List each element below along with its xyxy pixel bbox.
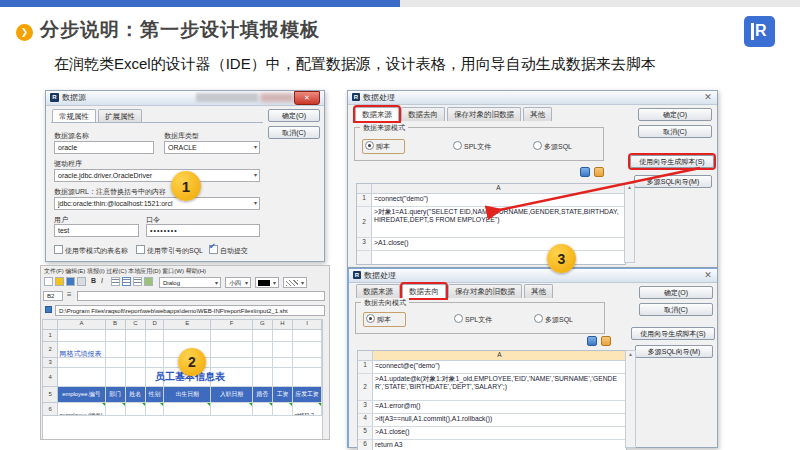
col-header[interactable]: F (211, 320, 252, 330)
col-header[interactable]: E (164, 320, 211, 330)
url-select[interactable]: jdbc:oracle:thin:@localhost:1521:orcl▾ (54, 197, 260, 210)
script-row[interactable]: 5>A1.close() (358, 427, 626, 440)
checkbox-quoted-sql[interactable]: 使用带引号的SQL (136, 245, 203, 256)
close-button[interactable]: ✕ (701, 269, 715, 282)
cancel-button[interactable]: 取消(C) (639, 303, 713, 316)
radio-multi-sql[interactable]: 多源SQL (534, 314, 573, 325)
bold-button[interactable]: B (91, 277, 96, 284)
new-file-icon[interactable] (44, 277, 53, 286)
col-header[interactable]: H (273, 320, 293, 330)
script-row[interactable]: 3=A1.error@m() (358, 401, 626, 414)
script-row[interactable]: 4>if(A3==null,A1.commit(),A1.rollback()) (358, 414, 626, 427)
multi-sql-wizard-button[interactable]: 多源SQL向导(M) (634, 175, 712, 188)
wizard-script-button[interactable]: 使用向导生成脚本(S) (630, 155, 714, 168)
table-header-cell[interactable]: 入职日期 (211, 387, 252, 403)
tab-other[interactable]: 其他 (524, 284, 553, 298)
tab-save-old-data[interactable]: 保存对象的旧数据 (447, 107, 521, 121)
font-size-select[interactable]: 小四▾ (225, 277, 251, 288)
grid-scrollbar[interactable]: ▲ (624, 183, 635, 263)
sheet-cell-formula[interactable]: =H6*1.2 (293, 403, 322, 416)
save-icon[interactable] (66, 277, 75, 286)
table-header-cell[interactable]: 部门 (106, 387, 126, 403)
sheet-grid[interactable]: A B C D E F G H I 1 2 网格式填报表 (42, 319, 323, 440)
row-header[interactable]: 6 (43, 403, 58, 416)
radio-script[interactable]: 脚本 (362, 139, 405, 154)
merge-cells-icon[interactable] (144, 277, 153, 286)
script-grid[interactable]: A 1=connect("demo") 2>对象1=A1.query("SELE… (356, 183, 626, 265)
tab-data-source[interactable]: 数据来源 (355, 107, 399, 121)
file-tab[interactable]: D:\Program Files\raqsoft\report\web\weba… (55, 305, 325, 316)
datasource-name-input[interactable]: oracle (54, 141, 154, 154)
italic-button[interactable]: I (101, 277, 103, 284)
table-header-cell[interactable]: employee.编号 (58, 387, 105, 403)
script-row[interactable]: 6return A3 (358, 440, 626, 450)
radio-spl-file[interactable]: SPL文件 (454, 314, 492, 325)
menu-bar[interactable]: 文件(F) 编辑(E) 填报(I) 过程(C) 本地应用(D) 窗口(W) 帮助… (44, 267, 206, 276)
table-header-cell[interactable]: 姓名 (126, 387, 146, 403)
table-header-cell[interactable]: 性别 (146, 387, 164, 403)
script-row[interactable]: 1=connect@e("demo") (358, 361, 626, 374)
ok-button[interactable]: 确定(O) (638, 108, 712, 121)
script-row[interactable]: 3>A1.close() (357, 238, 625, 251)
row-header[interactable]: 3 (43, 358, 58, 368)
col-header[interactable]: I (293, 320, 322, 330)
tab-data-source[interactable]: 数据来源 (356, 284, 400, 298)
cancel-button[interactable]: 取消(C) (268, 126, 320, 139)
close-button[interactable]: ✕ (294, 91, 320, 105)
formula-input[interactable] (77, 291, 325, 301)
align-center-icon[interactable] (122, 277, 131, 286)
export-icon[interactable] (601, 336, 611, 346)
multi-sql-wizard-button[interactable]: 多源SQL向导(M) (635, 345, 713, 358)
scroll-up-icon[interactable]: ▲ (628, 351, 633, 357)
import-icon[interactable] (587, 336, 597, 346)
row-header[interactable]: 5 (43, 387, 58, 403)
font-color-select[interactable]: ▾ (255, 277, 279, 288)
sheet-cell-text[interactable]: 网格式填报表 (58, 350, 101, 357)
align-right-icon[interactable] (133, 277, 142, 286)
close-button[interactable]: ✕ (701, 91, 715, 104)
cell-ref-box[interactable]: B2 (43, 291, 63, 301)
tab-data-target[interactable]: 数据去向 (401, 107, 445, 121)
driver-select[interactable]: oracle.jdbc.driver.OracleDriver▾ (54, 169, 260, 182)
col-header[interactable]: D (146, 320, 164, 330)
script-row[interactable]: 2>A1.update@k(对象1:对象1_old,EMPLOYEE,'EID'… (358, 374, 626, 401)
sheet-cell-formula[interactable]: =employee.(编号) (58, 403, 105, 416)
col-header[interactable]: B (106, 320, 126, 330)
import-icon[interactable] (580, 167, 590, 177)
db-type-select[interactable]: ORACLE▾ (164, 141, 260, 154)
table-header-cell[interactable]: 工资 (273, 387, 293, 403)
grid-scrollbar[interactable]: ▲ (625, 350, 636, 448)
user-input[interactable]: test (54, 224, 139, 237)
checkbox-schema[interactable]: 使用带模式的表名称 (54, 245, 128, 256)
row-header[interactable]: 4 (43, 368, 58, 387)
table-header-cell[interactable]: 出生日期 (164, 387, 211, 403)
radio-spl-file[interactable]: SPL文件 (453, 141, 491, 152)
export-icon[interactable] (594, 167, 604, 177)
radio-script[interactable]: 脚本 (363, 312, 406, 327)
tab-data-target[interactable]: 数据去向 (402, 284, 446, 298)
script-grid[interactable]: A 1=connect@e("demo") 2>A1.update@k(对象1:… (357, 350, 627, 450)
col-header[interactable]: G (253, 320, 273, 330)
script-row[interactable]: 1=connect("demo") (357, 194, 625, 207)
pattern-select[interactable]: ▾ (283, 277, 307, 288)
align-left-icon[interactable] (111, 277, 120, 286)
print-icon[interactable] (77, 277, 86, 286)
tab-other[interactable]: 其他 (523, 107, 552, 121)
table-header-cell[interactable]: 婚否 (253, 387, 273, 403)
table-header-cell[interactable]: 应发工资 (293, 387, 322, 403)
col-header[interactable]: C (126, 320, 146, 330)
scroll-up-icon[interactable]: ▲ (627, 184, 632, 190)
tab-general-props[interactable]: 常规属性 (52, 109, 96, 123)
tab-save-old-data[interactable]: 保存对象的旧数据 (448, 284, 522, 298)
cancel-button[interactable]: 取消(C) (638, 125, 712, 138)
radio-multi-sql[interactable]: 多源SQL (533, 141, 572, 152)
ok-button[interactable]: 确定(O) (639, 286, 713, 299)
row-header[interactable]: 2 (43, 342, 58, 358)
script-row[interactable]: 2>对象1=A1.query("SELECT EID,NAME,SURNAME,… (357, 207, 625, 238)
ok-button[interactable]: 确定(O) (268, 109, 320, 122)
font-select[interactable]: Dialog▾ (159, 277, 221, 288)
col-header[interactable]: A (58, 320, 105, 330)
open-file-icon[interactable] (55, 277, 64, 286)
password-input[interactable]: •••••••• (146, 224, 260, 237)
tab-extended-props[interactable]: 扩展属性 (98, 109, 142, 123)
